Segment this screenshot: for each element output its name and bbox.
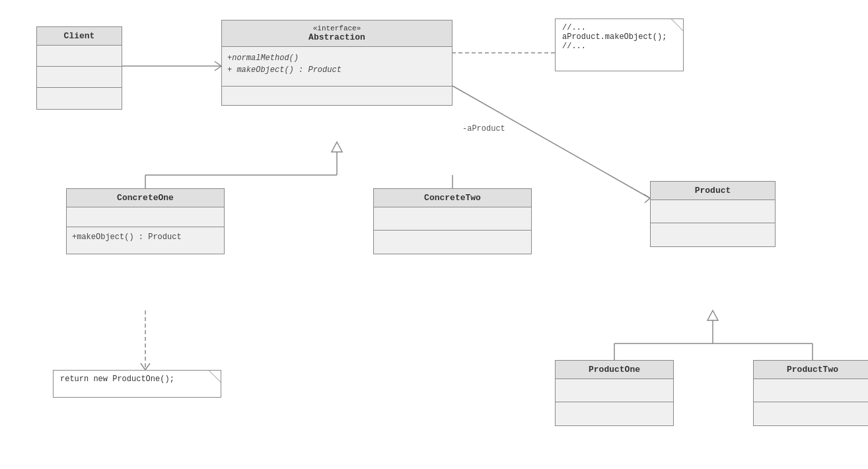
svg-marker-6 bbox=[332, 142, 342, 152]
product-name: Product bbox=[695, 186, 731, 196]
productTwo-class: ProductTwo bbox=[753, 360, 868, 426]
productTwo-section-1 bbox=[754, 379, 868, 402]
client-class: Client bbox=[36, 26, 122, 110]
productOne-section-1 bbox=[556, 379, 673, 402]
productOne-name: ProductOne bbox=[589, 365, 640, 375]
client-class-header: Client bbox=[37, 27, 122, 46]
client-section-1 bbox=[37, 46, 122, 67]
product-section-1 bbox=[651, 200, 775, 223]
abstraction-method-1: +normalMethod() bbox=[227, 52, 447, 64]
abstraction-class-header: «interface» Abstraction bbox=[222, 20, 452, 47]
bottom-fold-inner bbox=[209, 371, 221, 382]
diagram-container: Client «interface» Abstraction +normalMe… bbox=[0, 0, 868, 469]
client-section-3 bbox=[37, 88, 122, 109]
productOne-class: ProductOne bbox=[555, 360, 674, 426]
aProduct-label: -aProduct bbox=[462, 124, 505, 133]
code-line-3: //... bbox=[562, 42, 670, 51]
fold-inner bbox=[672, 19, 683, 30]
productTwo-header: ProductTwo bbox=[754, 361, 868, 379]
concreteOne-section-1 bbox=[67, 207, 224, 227]
concreteOne-header: ConcreteOne bbox=[67, 189, 224, 207]
top-code-note: //... aProduct.makeObject(); //... bbox=[555, 18, 684, 71]
abstraction-methods-section: +normalMethod() + makeObject() : Product bbox=[222, 47, 452, 87]
abstraction-section-2 bbox=[222, 87, 452, 105]
productTwo-section-2 bbox=[754, 402, 868, 425]
concreteTwo-class: ConcreteTwo bbox=[373, 188, 532, 254]
productOne-header: ProductOne bbox=[556, 361, 673, 379]
abstraction-name: Abstraction bbox=[308, 32, 365, 42]
abstraction-class: «interface» Abstraction +normalMethod() … bbox=[221, 20, 452, 106]
bottom-code-line-1: return new ProductOne(); bbox=[60, 375, 207, 384]
code-line-2: aProduct.makeObject(); bbox=[562, 32, 670, 42]
svg-marker-13 bbox=[707, 310, 718, 320]
productOne-section-2 bbox=[556, 402, 673, 425]
concreteTwo-name: ConcreteTwo bbox=[424, 193, 481, 203]
productTwo-name: ProductTwo bbox=[787, 365, 838, 375]
concreteTwo-header: ConcreteTwo bbox=[374, 189, 531, 207]
concreteTwo-section-1 bbox=[374, 207, 531, 231]
code-line-1: //... bbox=[562, 23, 670, 32]
concreteOne-method: +makeObject() : Product bbox=[72, 233, 182, 242]
product-section-2 bbox=[651, 223, 775, 246]
bottom-code-note: return new ProductOne(); bbox=[53, 370, 221, 398]
abstraction-method-2: + makeObject() : Product bbox=[227, 64, 447, 76]
concreteOne-class: ConcreteOne +makeObject() : Product bbox=[66, 188, 225, 254]
product-class: Product bbox=[650, 181, 776, 247]
product-header: Product bbox=[651, 182, 775, 200]
concreteOne-name: ConcreteOne bbox=[117, 193, 174, 203]
client-name: Client bbox=[64, 31, 95, 41]
concreteTwo-section-2 bbox=[374, 231, 531, 254]
abstraction-stereotype: «interface» bbox=[227, 24, 447, 32]
svg-line-7 bbox=[452, 86, 650, 198]
client-section-2 bbox=[37, 67, 122, 88]
concreteOne-section-2: +makeObject() : Product bbox=[67, 227, 224, 254]
